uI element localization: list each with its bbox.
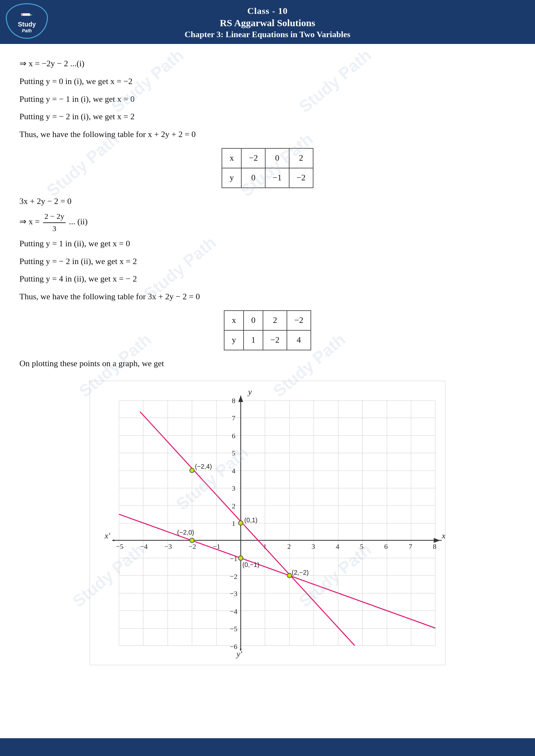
graph-container: −5 −4 −3 −2 −1 1 2 3 4 5 6 7 8 8 7 6 5 [90,381,445,665]
y-label-2: 2 [232,502,236,510]
main-content: ⇒ x = −2y − 2 ...(i) Putting y = 0 in (i… [0,44,535,685]
svg-rect-0 [22,13,30,16]
eq2-putting2: Putting y = − 2 in (ii), we get x = 2 [19,254,516,269]
table2-r1c2: 0 [243,310,263,330]
y-label-1: 1 [232,519,236,527]
point-label-0-1: (0,1) [244,517,258,524]
logo-text-study: Study [18,20,36,28]
eq1-step1: ⇒ x = −2y − 2 ...(i) [19,56,516,71]
x-axis-label: x [441,531,445,540]
eq2-step1-prefix: ⇒ x = [19,217,40,227]
y-label-4: 4 [232,467,236,475]
x-label-4: 4 [336,542,339,551]
table1-row2: y 0 −1 −2 [222,168,313,188]
table2: x 0 2 −2 y 1 −2 4 [224,310,311,350]
y-prime-label: y' [236,649,242,659]
line2 [140,412,354,645]
x-label-minus3: −3 [164,542,172,551]
x-label-6: 6 [384,542,388,551]
eq2-section: 3x + 2y − 2 = 0 ⇒ x = 2 − 2y 3 ... (ii) … [19,194,516,350]
eq1-putting3: Putting y = − 2 in (i), we get x = 2 [19,109,516,124]
table2-r2c4: 4 [287,330,311,350]
table2-r2c2: 1 [243,330,263,350]
point-label-minus2-0: (−2,0) [177,529,194,536]
x-label-2: 2 [287,542,291,551]
x-label-8: 8 [433,542,436,551]
table2-r2c3: −2 [263,330,287,350]
header-chapter: Chapter 3: Linear Equations in Two Varia… [3,30,532,40]
y-axis-label: y [247,387,252,396]
page-header: Study Path Class - 10 RS Aggarwal Soluti… [0,0,535,44]
x-tick-labels: −5 −4 −3 −2 −1 1 2 3 4 5 6 7 8 [116,542,436,551]
grid-horizontal [119,400,436,645]
table2-row1: x 0 2 −2 [224,310,311,330]
x-label-minus2: −2 [188,542,196,551]
grid-vertical [119,400,436,645]
table1-row1: x −2 0 2 [222,148,313,168]
eq2-frac-den: 3 [51,223,58,234]
table2-r2c1: y [224,330,243,350]
logo-container: Study Path [6,3,51,42]
eq2-frac-num: 2 − 2y [43,211,66,223]
y-label-8: 8 [232,396,236,405]
table1-r1c4: 2 [289,148,313,168]
table1-r1c1: x [222,148,241,168]
x-label-5: 5 [360,542,364,551]
y-label-minus2: −2 [230,572,238,580]
point-0-minus1 [239,556,243,560]
line1 [119,514,436,628]
eq2-step1: ⇒ x = 2 − 2y 3 ... (ii) [19,211,516,233]
point-label-minus2-4: (−2,4) [195,463,212,470]
table1-r2c2: 0 [241,168,265,188]
table2-r1c1: x [224,310,243,330]
eq2-putting1: Putting y = 1 in (ii), we get x = 0 [19,236,516,252]
table1-r2c4: −2 [289,168,313,188]
table1-r2c3: −1 [265,168,289,188]
graph-svg: −5 −4 −3 −2 −1 1 2 3 4 5 6 7 8 8 7 6 5 [90,381,445,665]
y-label-minus5: −5 [230,625,238,633]
eq1-section: ⇒ x = −2y − 2 ...(i) Putting y = 0 in (i… [19,56,516,188]
y-label-7: 7 [232,414,236,422]
y-label-minus4: −4 [230,608,238,616]
x-label-minus4: −4 [140,542,148,551]
table1-r1c3: 0 [265,148,289,168]
svg-marker-1 [30,14,33,16]
header-class: Class - 10 [3,6,532,16]
table2-row2: y 1 −2 4 [224,330,311,350]
point-label-2-minus2: (2,−2) [292,569,309,576]
table1-r1c2: −2 [241,148,265,168]
header-title: RS Aggarwal Solutions [3,17,532,28]
eq1-table-label: Thus, we have the following table for x … [19,127,516,142]
bottom-bar [0,738,535,756]
point-0-1 [239,521,243,525]
logo-text-path: Path [18,28,36,34]
y-label-3: 3 [232,484,236,493]
point-minus2-0 [190,538,194,543]
eq1-putting1: Putting y = 0 in (i), we get x = −2 [19,74,516,89]
point-minus2-4 [190,468,194,473]
y-label-minus3: −3 [230,590,238,598]
table2-r1c3: 2 [263,310,287,330]
logo-shape: Study Path [6,3,48,39]
svg-rect-2 [21,13,23,16]
table1-r2c1: y [222,168,241,188]
x-prime-arrowhead [112,539,114,541]
eq2-line1: 3x + 2y − 2 = 0 [19,194,516,209]
x-label-minus5: −5 [116,542,123,551]
eq1-putting2: Putting y = − 1 in (i), we get x = 0 [19,92,516,107]
y-label-6: 6 [232,432,236,440]
x-prime-label: x' [104,531,110,540]
y-tick-labels: 8 7 6 5 4 3 2 1 −1 −2 −3 −4 −5 −6 [230,396,238,651]
eq2-step1-suffix: ... (ii) [69,217,88,227]
point-2-minus2 [287,573,292,578]
y-label-5: 5 [232,449,236,457]
graph-intro: On plotting these points on a graph, we … [19,356,516,371]
table2-r1c4: −2 [287,310,311,330]
x-label-3: 3 [312,542,315,551]
eq2-putting3: Putting y = 4 in (ii), we get x = − 2 [19,272,516,287]
point-label-0-minus1: (0,−1) [242,561,259,568]
eq2-fraction: 2 − 2y 3 [43,211,66,233]
x-label-7: 7 [409,542,412,551]
eq2-table-label: Thus, we have the following table for 3x… [19,289,516,305]
table1: x −2 0 2 y 0 −1 −2 [222,148,313,188]
